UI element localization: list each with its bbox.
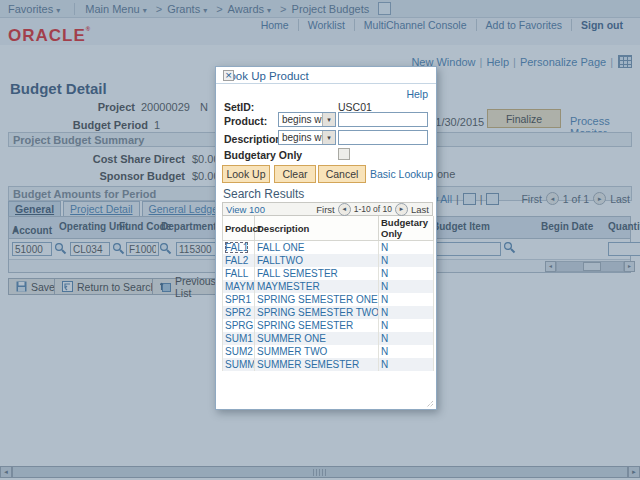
product-link[interactable]: FALL <box>225 268 248 279</box>
column-header-budgetary-only: Budgetary Only <box>379 216 434 241</box>
pagination-first-label[interactable]: First <box>316 204 334 215</box>
budgetary-only-label: Budgetary Only <box>224 149 302 161</box>
next-page-icon[interactable]: ► <box>395 203 408 216</box>
previous-page-icon[interactable]: ◄ <box>338 203 351 216</box>
product-search-input[interactable] <box>338 112 428 127</box>
budgetary-only-link[interactable]: N <box>381 320 388 331</box>
column-header-product: Product <box>223 216 255 241</box>
result-row: SPR2SPRING SEMESTER TWON <box>223 306 434 319</box>
budgetary-only-link[interactable]: N <box>381 268 388 279</box>
result-row: SUMMSUMMER SEMESTERN <box>223 358 434 371</box>
modal-help-link[interactable]: Help <box>406 88 428 100</box>
modal-title-bar: Look Up Product × <box>216 67 436 84</box>
product-link[interactable]: SUMM <box>225 359 255 370</box>
product-link[interactable]: FAL1 <box>225 242 248 253</box>
result-row: SPRGSPRING SEMESTERN <box>223 319 434 332</box>
search-results-heading: Search Results <box>223 187 304 201</box>
look-up-button[interactable]: Look Up <box>222 165 270 183</box>
budgetary-only-link[interactable]: N <box>381 307 388 318</box>
budgetary-only-checkbox[interactable] <box>338 148 350 160</box>
description-link[interactable]: SUMMER ONE <box>257 333 326 344</box>
product-link[interactable]: SPR2 <box>225 307 251 318</box>
lookup-product-modal: Look Up Product × Help SetID: USC01 Prod… <box>215 66 437 410</box>
product-link[interactable]: MAYM <box>225 281 254 292</box>
product-link[interactable]: SPR1 <box>225 294 251 305</box>
product-link[interactable]: SPRG <box>225 320 253 331</box>
product-operator-select[interactable]: begins with▾ <box>278 112 336 127</box>
description-link[interactable]: FALLTWO <box>257 255 303 266</box>
result-row: FAL2FALLTWON <box>223 254 434 267</box>
result-row: FAL1FALL ONEN <box>223 241 434 255</box>
results-toolbar: View 100 First ◄ 1-10 of 10 ► Last <box>222 202 433 216</box>
product-link[interactable]: FAL2 <box>225 255 248 266</box>
view-100-link[interactable]: View 100 <box>226 204 265 215</box>
product-label: Product: <box>224 115 267 127</box>
setid-label: SetID: <box>224 101 254 113</box>
description-link[interactable]: SPRING SEMESTER <box>257 320 353 331</box>
clear-button[interactable]: Clear <box>274 165 316 183</box>
description-link[interactable]: MAYMESTER <box>257 281 320 292</box>
description-operator-select[interactable]: begins with▾ <box>278 130 336 145</box>
description-link[interactable]: FALL ONE <box>257 242 304 253</box>
pagination-range: 1-10 of 10 <box>354 204 392 214</box>
search-results-table: Product Description Budgetary Only FAL1F… <box>222 216 434 371</box>
result-row: SUM1SUMMER ONEN <box>223 332 434 345</box>
result-row: SPR1SPRING SEMESTER ONEN <box>223 293 434 306</box>
budgetary-only-link[interactable]: N <box>381 359 388 370</box>
modal-title: Look Up Product <box>223 70 309 82</box>
product-link[interactable]: SUM2 <box>225 346 253 357</box>
description-link[interactable]: SPRING SEMESTER TWO <box>257 307 379 318</box>
result-row: FALLFALL SEMESTERN <box>223 267 434 280</box>
cancel-button[interactable]: Cancel <box>318 165 366 183</box>
description-link[interactable]: SUMMER TWO <box>257 346 327 357</box>
result-row: MAYMMAYMESTERN <box>223 280 434 293</box>
application-window: Favorites▾ Main Menu▾ > Grants▾ > Awards… <box>0 0 640 480</box>
result-row: SUM2SUMMER TWON <box>223 345 434 358</box>
chevron-down-icon: ▾ <box>322 113 335 126</box>
description-link[interactable]: SUMMER SEMESTER <box>257 359 359 370</box>
chevron-down-icon: ▾ <box>322 131 335 144</box>
budgetary-only-link[interactable]: N <box>381 333 388 344</box>
description-link[interactable]: FALL SEMESTER <box>257 268 338 279</box>
budgetary-only-link[interactable]: N <box>381 242 388 253</box>
budgetary-only-link[interactable]: N <box>381 255 388 266</box>
budgetary-only-link[interactable]: N <box>381 281 388 292</box>
description-search-input[interactable] <box>338 130 428 145</box>
results-header-row: Product Description Budgetary Only <box>223 216 434 241</box>
budgetary-only-link[interactable]: N <box>381 294 388 305</box>
pagination-last-label[interactable]: Last <box>411 204 429 215</box>
column-header-description: Description <box>255 216 379 241</box>
budgetary-only-link[interactable]: N <box>381 346 388 357</box>
basic-lookup-link[interactable]: Basic Lookup <box>370 168 433 180</box>
modal-resize-handle[interactable] <box>425 398 434 407</box>
close-icon[interactable]: × <box>223 70 234 81</box>
product-link[interactable]: SUM1 <box>225 333 253 344</box>
description-label: Description: <box>224 133 285 145</box>
description-link[interactable]: SPRING SEMESTER ONE <box>257 294 378 305</box>
results-pagination: First ◄ 1-10 of 10 ► Last <box>316 203 429 216</box>
